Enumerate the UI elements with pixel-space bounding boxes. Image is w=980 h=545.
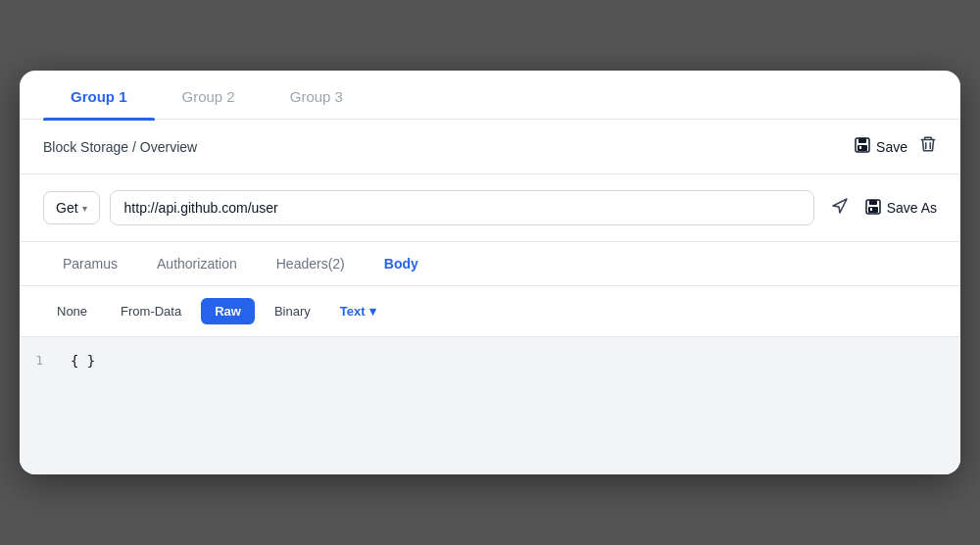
- body-opt-none[interactable]: None: [43, 298, 101, 324]
- saveas-icon: [865, 199, 881, 218]
- body-options-row: None From-Data Raw Binary Text ▾: [20, 286, 960, 337]
- chevron-down-icon: ▾: [82, 203, 87, 214]
- send-icon: [830, 198, 850, 220]
- svg-rect-2: [858, 145, 867, 151]
- subtab-paramus[interactable]: Paramus: [43, 242, 137, 285]
- svg-rect-3: [859, 146, 861, 149]
- save-icon: [855, 137, 870, 156]
- tab-bar: Group 1 Group 2 Group 3: [20, 71, 960, 120]
- body-opt-fromdata[interactable]: From-Data: [107, 298, 195, 324]
- delete-button[interactable]: [919, 135, 937, 158]
- trash-icon: [919, 137, 937, 157]
- body-opt-raw[interactable]: Raw: [201, 298, 255, 324]
- svg-rect-5: [869, 200, 877, 205]
- tab-group3[interactable]: Group 3: [263, 71, 370, 119]
- subtab-headers[interactable]: Headers(2): [257, 242, 365, 285]
- tab-group1[interactable]: Group 1: [43, 71, 155, 119]
- app-window: Group 1 Group 2 Group 3 Block Storage / …: [20, 71, 960, 474]
- url-input[interactable]: [110, 190, 814, 225]
- save-button[interactable]: Save: [855, 137, 907, 156]
- url-row: Get ▾ Save As: [20, 174, 960, 242]
- code-editor: 1 { }: [20, 337, 960, 474]
- text-chevron-icon: ▾: [369, 304, 376, 319]
- svg-rect-7: [870, 208, 872, 211]
- send-button[interactable]: [824, 192, 856, 224]
- subtab-body[interactable]: Body: [365, 242, 438, 285]
- svg-rect-6: [868, 207, 878, 213]
- body-text-dropdown[interactable]: Text ▾: [330, 298, 386, 324]
- line-numbers: 1: [20, 353, 59, 459]
- subtab-bar: Paramus Authorization Headers(2) Body: [20, 242, 960, 286]
- code-content[interactable]: { }: [59, 353, 107, 459]
- body-opt-binary[interactable]: Binary: [261, 298, 324, 324]
- toolbar-actions: Save: [855, 135, 937, 158]
- method-dropdown[interactable]: Get ▾: [43, 191, 100, 224]
- tab-group2[interactable]: Group 2: [155, 71, 263, 119]
- breadcrumb: Block Storage / Overview: [43, 139, 197, 155]
- svg-rect-1: [858, 138, 866, 143]
- subtab-authorization[interactable]: Authorization: [137, 242, 257, 285]
- breadcrumb-row: Block Storage / Overview Save: [20, 120, 960, 174]
- saveas-button[interactable]: Save As: [865, 199, 937, 218]
